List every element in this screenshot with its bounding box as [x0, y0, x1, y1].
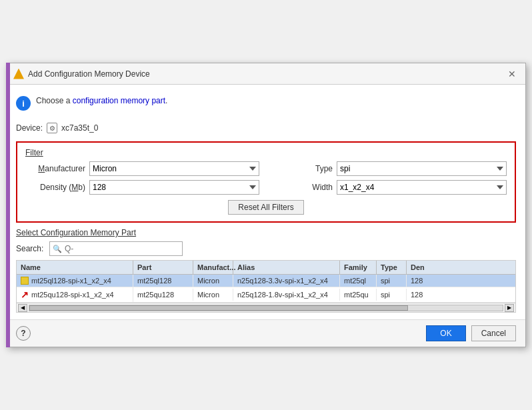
footer-buttons: OK Cancel: [426, 325, 516, 341]
td-name-text-0: mt25ql128-spi-x1_x2_x4: [31, 277, 111, 285]
main-dialog: Add Configuration Memory Device ✕ i Choo…: [6, 63, 526, 347]
td-type-0: spi: [377, 275, 407, 287]
td-alias-1: n25q128-1.8v-spi-x1_x2_x4: [233, 289, 340, 301]
density-select[interactable]: 128 256 512 1024: [89, 180, 259, 195]
scroll-right-arrow[interactable]: ▶: [505, 304, 514, 312]
help-button[interactable]: ?: [16, 326, 31, 341]
table-container: Name Part Manufact... Alias Family Type …: [16, 260, 516, 313]
title-bar-left: Add Configuration Memory Device: [13, 69, 150, 79]
manufacturer-label: Manufacturer: [25, 164, 85, 173]
reset-row: Reset All Filters: [25, 200, 507, 215]
info-highlight: configuration memory part: [73, 96, 165, 105]
width-select[interactable]: x1_x2_x4 x1 x2 x4: [337, 180, 507, 195]
scroll-track[interactable]: [29, 305, 503, 311]
td-family-0: mt25ql: [340, 275, 377, 287]
device-label: Device:: [16, 123, 43, 133]
dialog-title: Add Configuration Memory Device: [28, 69, 150, 79]
density-row: Density (Mb) 128 256 512 1024: [25, 180, 259, 195]
ok-button[interactable]: OK: [426, 325, 465, 341]
dialog-content: i Choose a configuration memory part. De…: [7, 85, 525, 319]
width-label: Width: [273, 183, 333, 192]
arrow-icon-1: ↗: [21, 289, 29, 300]
close-button[interactable]: ✕: [505, 68, 519, 80]
td-alias-0: n25q128-3.3v-spi-x1_x2_x4: [233, 275, 340, 287]
td-part-1: mt25qu128: [133, 289, 193, 301]
width-row: Width x1_x2_x4 x1 x2 x4: [273, 180, 507, 195]
col-header-part[interactable]: Part: [133, 261, 193, 274]
info-icon: i: [16, 96, 31, 111]
type-row: Type spi bpi: [273, 161, 507, 176]
td-den-0: 128: [407, 275, 515, 287]
search-icon: 🔍: [53, 245, 62, 253]
select-section: Select Configuration Memory Part Search:…: [16, 228, 516, 313]
density-label: Density (Mb): [25, 183, 85, 192]
td-mfg-1: Micron: [193, 289, 233, 301]
table-row[interactable]: ↗ mt25qu128-spi-x1_x2_x4 mt25qu128 Micro…: [17, 287, 515, 303]
scroll-thumb[interactable]: [29, 305, 408, 311]
info-row: i Choose a configuration memory part.: [16, 91, 516, 115]
search-row: Search: 🔍: [16, 241, 516, 256]
search-input[interactable]: [65, 244, 179, 253]
col-header-alias[interactable]: Alias: [233, 261, 340, 274]
td-den-1: 128: [407, 289, 515, 301]
scroll-left-arrow[interactable]: ◀: [18, 304, 27, 312]
type-label: Type: [273, 164, 333, 173]
horizontal-scrollbar[interactable]: ◀ ▶: [17, 303, 515, 312]
info-text: Choose a configuration memory part.: [36, 95, 167, 107]
cancel-button[interactable]: Cancel: [471, 325, 516, 341]
type-select[interactable]: spi bpi: [337, 161, 507, 176]
col-header-density[interactable]: Den: [407, 261, 515, 274]
device-icon: ⚙: [47, 123, 57, 133]
col-header-family[interactable]: Family: [340, 261, 377, 274]
td-family-1: mt25qu: [340, 289, 377, 301]
td-name-0: mt25ql128-spi-x1_x2_x4: [17, 275, 133, 287]
td-name-1: ↗ mt25qu128-spi-x1_x2_x4: [17, 287, 133, 302]
td-name-text-1: mt25qu128-spi-x1_x2_x4: [31, 291, 114, 299]
device-row: Device: ⚙ xc7a35t_0: [16, 120, 516, 136]
row-icon-0: [21, 277, 29, 285]
search-label: Search:: [16, 244, 45, 253]
device-name: xc7a35t_0: [61, 123, 98, 133]
footer: ? OK Cancel: [7, 319, 525, 347]
title-icon: [13, 69, 24, 79]
table-header: Name Part Manufact... Alias Family Type …: [17, 261, 515, 275]
col-header-type[interactable]: Type: [377, 261, 407, 274]
filter-section-label: Filter: [25, 148, 507, 157]
td-mfg-0: Micron: [193, 275, 233, 287]
td-type-1: spi: [377, 289, 407, 301]
filter-section: Filter Manufacturer Micron Spansion Macr…: [16, 141, 516, 223]
col-header-name[interactable]: Name: [17, 261, 133, 274]
filter-grid: Manufacturer Micron Spansion Macronix Wi…: [25, 161, 507, 195]
title-bar: Add Configuration Memory Device ✕: [7, 63, 525, 85]
table-row[interactable]: mt25ql128-spi-x1_x2_x4 mt25ql128 Micron …: [17, 275, 515, 287]
reset-filters-button[interactable]: Reset All Filters: [228, 200, 303, 215]
select-title: Select Configuration Memory Part: [16, 228, 516, 237]
col-header-manufacturer[interactable]: Manufact...: [193, 261, 233, 274]
search-input-wrap[interactable]: 🔍: [49, 241, 183, 256]
manufacturer-select[interactable]: Micron Spansion Macronix Winbond ISSI: [89, 161, 259, 176]
table-body: mt25ql128-spi-x1_x2_x4 mt25ql128 Micron …: [17, 275, 515, 303]
manufacturer-row: Manufacturer Micron Spansion Macronix Wi…: [25, 161, 259, 176]
td-part-0: mt25ql128: [133, 275, 193, 287]
